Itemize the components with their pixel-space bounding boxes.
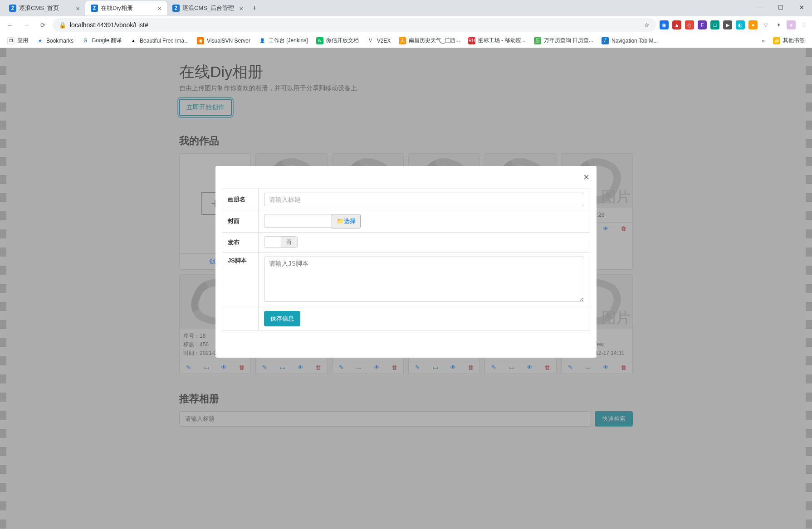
create-modal: × 画册名 封面 📁选择 发布 — [215, 166, 597, 358]
star-icon[interactable]: ☆ — [644, 22, 650, 29]
bookmark-overflow[interactable]: » — [759, 37, 768, 45]
bookmark-item[interactable]: GGoogle 翻译 — [79, 36, 124, 45]
modal-close-button[interactable]: × — [583, 171, 589, 183]
ext-icon[interactable]: ▲ — [672, 20, 681, 29]
ext-icon[interactable]: ▶ — [723, 20, 732, 29]
choose-file-button[interactable]: 📁选择 — [332, 214, 361, 228]
back-icon[interactable]: ← — [4, 19, 16, 31]
close-icon[interactable]: × — [76, 5, 80, 12]
maximize-icon[interactable]: ☐ — [770, 0, 791, 15]
publish-label: 发布 — [222, 233, 259, 253]
ext-icon[interactable]: ◐ — [736, 20, 745, 29]
new-tab-button[interactable]: + — [249, 4, 261, 13]
browser-tab-1[interactable]: Z在线Diy相册× — [85, 1, 167, 15]
ext-icon[interactable]: □ — [710, 20, 719, 29]
bookmark-item[interactable]: ★Bookmarks — [34, 36, 76, 45]
album-name-label: 画册名 — [222, 189, 259, 210]
bookmark-item[interactable]: 历万年历查询 日历查... — [531, 36, 596, 45]
browser-tabs: Z逐浪CMS_首页× Z在线Diy相册× Z逐浪CMS_后台管理× + — ☐ … — [0, 0, 812, 16]
bookmark-item[interactable]: RH图标工场 - 移动应... — [465, 36, 528, 45]
browser-tab-0[interactable]: Z逐浪CMS_首页× — [4, 1, 85, 15]
ext-icon[interactable]: ◉ — [660, 20, 669, 29]
bookmark-apps[interactable]: ⚃应用 — [5, 36, 31, 45]
minimize-icon[interactable]: — — [749, 0, 770, 15]
close-icon[interactable]: × — [157, 5, 161, 12]
album-name-input[interactable] — [264, 193, 584, 206]
forward-icon[interactable]: → — [20, 19, 33, 31]
bookmark-item[interactable]: VV2EX — [364, 36, 394, 45]
js-label: JS脚本 — [222, 253, 259, 307]
close-icon[interactable]: × — [239, 5, 243, 12]
lock-icon: 🔒 — [59, 22, 66, 29]
cover-label: 封面 — [222, 210, 259, 233]
address-bar[interactable]: 🔒 localhost:44391/vbook/List# ☆ — [53, 18, 656, 32]
profile-icon[interactable]: ● — [787, 20, 796, 29]
cover-input[interactable] — [264, 214, 332, 228]
bookmark-item[interactable]: 👤工作台 [Jenkins] — [256, 36, 311, 45]
js-textarea[interactable] — [264, 257, 584, 302]
modal-overlay: × 画册名 封面 📁选择 发布 — [0, 48, 812, 529]
extensions-icon[interactable]: ✦ — [774, 20, 783, 29]
bookmarks-bar: ⚃应用 ★Bookmarks GGoogle 翻译 ▲Beautiful Fre… — [0, 34, 812, 48]
bookmark-item[interactable]: ZNavigation Tab M... — [599, 36, 661, 45]
ext-icon[interactable]: ● — [748, 20, 758, 29]
url-text: localhost:44391/vbook/List# — [70, 21, 148, 29]
publish-toggle[interactable]: 否 — [264, 236, 298, 248]
save-button[interactable]: 保存信息 — [264, 311, 300, 326]
ext-icon[interactable]: F — [698, 20, 707, 29]
reload-icon[interactable]: ⟳ — [36, 19, 49, 31]
bookmark-item[interactable]: ◉VisualSVN Server — [194, 36, 253, 45]
ext-icon[interactable]: ◎ — [685, 20, 694, 29]
ext-icon[interactable]: ▽ — [761, 20, 770, 29]
bookmark-item[interactable]: w微信开放文档 — [313, 36, 362, 45]
other-bookmarks[interactable]: 📁其他书签 — [770, 36, 807, 45]
bookmark-item[interactable]: 天南昌历史天气_江西... — [396, 36, 463, 45]
close-window-icon[interactable]: ✕ — [791, 0, 812, 15]
bookmark-item[interactable]: ▲Beautiful Free Ima... — [127, 36, 191, 45]
browser-tab-2[interactable]: Z逐浪CMS_后台管理× — [167, 1, 249, 15]
menu-icon[interactable]: ⋮ — [799, 20, 808, 29]
